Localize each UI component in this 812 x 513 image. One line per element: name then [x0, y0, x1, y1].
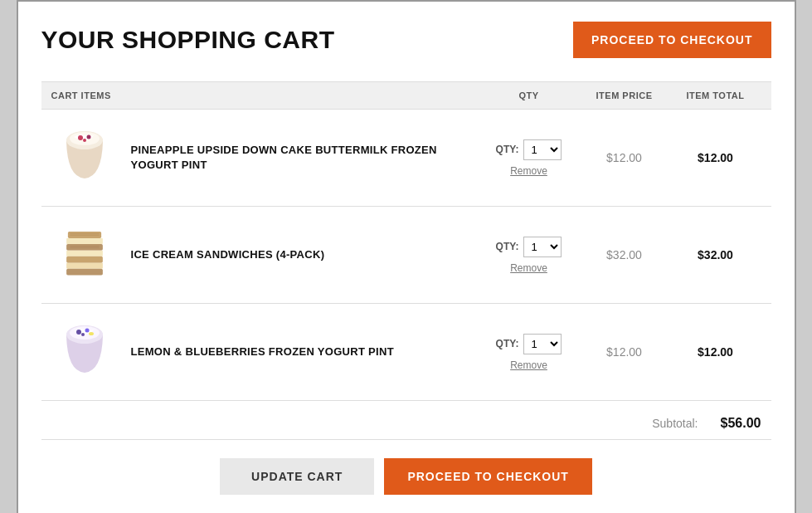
checkout-button-top[interactable]: PROCEED TO CHECKOUT	[573, 22, 771, 58]
item-qty-col: QTY: 1 2 3 4 5 Remove	[479, 139, 579, 177]
item-image	[51, 222, 118, 288]
svg-rect-6	[67, 232, 100, 238]
subtotal-row: Subtotal: $56.00	[41, 401, 771, 440]
item-total: $12.00	[670, 151, 761, 164]
svg-rect-10	[66, 256, 103, 263]
svg-rect-12	[66, 269, 103, 276]
item-qty-col: QTY: 1 2 3 4 5 Remove	[479, 237, 579, 274]
svg-point-22	[81, 333, 85, 336]
update-cart-button[interactable]: UPDATE CART	[220, 458, 374, 495]
svg-point-5	[83, 139, 86, 142]
svg-point-23	[89, 332, 94, 335]
qty-label: QTY:	[496, 338, 519, 349]
cart-footer: UPDATE CART PROCEED TO CHECKOUT	[41, 458, 771, 495]
col-total-header: ITEM TOTAL	[670, 90, 761, 100]
qty-label: QTY:	[496, 144, 519, 155]
cart-header: YOUR SHOPPING CART PROCEED TO CHECKOUT	[41, 22, 771, 58]
svg-point-3	[78, 135, 83, 140]
ice-cream-sandwiches-icon	[56, 226, 114, 284]
item-total: $32.00	[670, 248, 761, 261]
item-price: $12.00	[579, 151, 670, 164]
remove-button[interactable]: Remove	[510, 165, 547, 177]
table-row: PINEAPPLE UPSIDE DOWN CAKE BUTTERMILK FR…	[41, 110, 771, 207]
svg-point-20	[76, 330, 81, 335]
lemon-yogurt-pint-icon	[56, 323, 114, 381]
remove-button[interactable]: Remove	[510, 359, 547, 371]
item-name: LEMON & BLUEBERRIES FROZEN YOGURT PINT	[131, 344, 394, 359]
item-name: ICE CREAM SANDWICHES (4-PACK)	[131, 247, 325, 262]
subtotal-label: Subtotal:	[652, 417, 698, 430]
table-row: ICE CREAM SANDWICHES (4-PACK) QTY: 1 2 3…	[41, 207, 771, 304]
item-image	[51, 319, 118, 385]
qty-row: QTY: 1 2 3 4 5	[496, 334, 562, 354]
col-price-header: ITEM PRICE	[579, 90, 670, 100]
col-qty-header: QTY	[479, 90, 579, 100]
page-title: YOUR SHOPPING CART	[41, 26, 335, 54]
table-header: CART ITEMS QTY ITEM PRICE ITEM TOTAL	[41, 81, 771, 110]
cart-container: YOUR SHOPPING CART PROCEED TO CHECKOUT C…	[17, 0, 796, 513]
svg-point-21	[85, 329, 89, 333]
item-info: ICE CREAM SANDWICHES (4-PACK)	[51, 222, 479, 288]
qty-select[interactable]: 1 2 3 4 5	[523, 237, 562, 257]
item-info: PINEAPPLE UPSIDE DOWN CAKE BUTTERMILK FR…	[51, 125, 479, 191]
subtotal-value: $56.00	[712, 416, 761, 431]
checkout-button-bottom[interactable]: PROCEED TO CHECKOUT	[384, 458, 592, 495]
qty-select[interactable]: 1 2 3 4 5	[523, 139, 562, 160]
svg-rect-11	[66, 263, 103, 269]
svg-rect-9	[66, 251, 103, 256]
item-price: $12.00	[579, 345, 670, 359]
svg-rect-8	[66, 244, 103, 251]
table-row: LEMON & BLUEBERRIES FROZEN YOGURT PINT Q…	[41, 304, 771, 401]
col-items-header: CART ITEMS	[51, 90, 479, 100]
qty-row: QTY: 1 2 3 4 5	[496, 139, 562, 160]
qty-label: QTY:	[496, 241, 519, 252]
qty-select[interactable]: 1 2 3 4 5	[523, 334, 562, 354]
item-info: LEMON & BLUEBERRIES FROZEN YOGURT PINT	[51, 319, 479, 385]
item-image	[51, 125, 118, 191]
item-name: PINEAPPLE UPSIDE DOWN CAKE BUTTERMILK FR…	[131, 143, 479, 173]
cart-items-list: PINEAPPLE UPSIDE DOWN CAKE BUTTERMILK FR…	[41, 110, 771, 401]
remove-button[interactable]: Remove	[510, 262, 547, 274]
item-total: $12.00	[670, 345, 761, 359]
svg-point-4	[86, 135, 90, 139]
item-price: $32.00	[579, 248, 670, 261]
yogurt-pint-icon	[56, 129, 114, 187]
qty-row: QTY: 1 2 3 4 5	[496, 237, 562, 257]
svg-rect-7	[66, 238, 103, 244]
item-qty-col: QTY: 1 2 3 4 5 Remove	[479, 334, 579, 371]
